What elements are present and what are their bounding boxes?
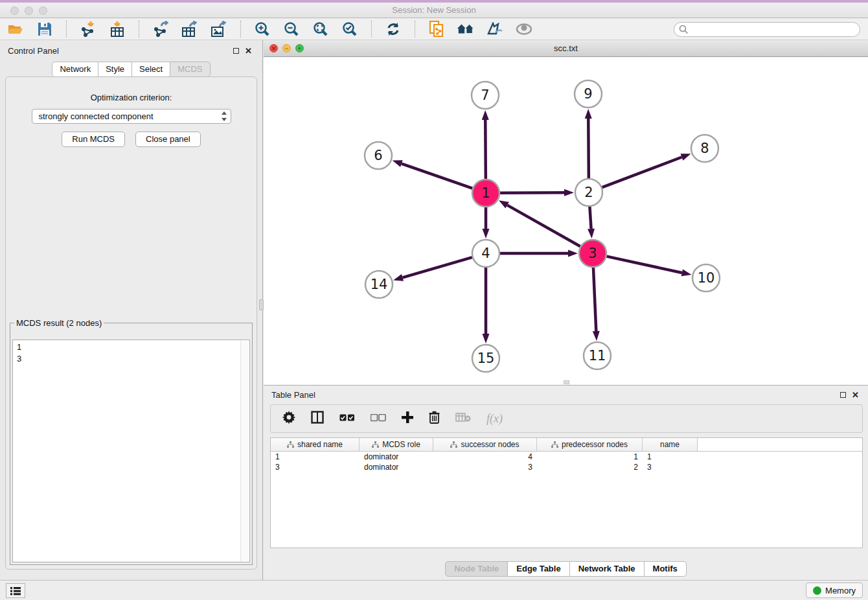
- graph-edge-2-9[interactable]: [588, 119, 589, 178]
- graph-edge-3-11[interactable]: [593, 268, 596, 331]
- zoom-in-icon[interactable]: [253, 20, 271, 38]
- mcds-result-title: MCDS result (2 nodes): [14, 318, 104, 328]
- add-column-icon[interactable]: [402, 411, 413, 426]
- table-row[interactable]: 3 dominator 3 2 3: [271, 462, 862, 472]
- memory-status-icon: [813, 586, 821, 595]
- network-window-titlebar[interactable]: ✕ − + scc.txt: [264, 40, 868, 57]
- network-window-title: scc.txt: [264, 43, 868, 53]
- export-table-icon[interactable]: [181, 20, 199, 38]
- graph-node-label: 4: [481, 246, 490, 261]
- graph-edge-arrowhead: [681, 154, 691, 160]
- hide-graphics-icon[interactable]: [486, 20, 504, 38]
- canvas-resize-grip[interactable]: [564, 380, 569, 384]
- graph-edge-1-7[interactable]: [485, 120, 486, 179]
- toolbar-separator: [139, 21, 139, 38]
- float-panel-icon[interactable]: [233, 48, 239, 54]
- graph-node-label: 11: [589, 348, 606, 363]
- save-icon[interactable]: [36, 20, 54, 38]
- home-icon[interactable]: [457, 20, 475, 38]
- table-row[interactable]: 1 dominator 4 1 1: [271, 452, 862, 462]
- tab-select[interactable]: Select: [132, 62, 170, 77]
- search-field: [674, 22, 860, 37]
- zoom-out-icon[interactable]: [282, 20, 301, 38]
- columns-icon[interactable]: [311, 411, 324, 426]
- graph-edge-1-6[interactable]: [402, 164, 472, 189]
- graph-edge-arrowhead: [483, 334, 490, 343]
- tab-mcds[interactable]: MCDS: [170, 62, 210, 77]
- graph-edge-2-3[interactable]: [589, 207, 591, 229]
- search-input[interactable]: [674, 22, 860, 37]
- toolbar-separator: [371, 21, 372, 38]
- zoom-selected-icon[interactable]: [341, 20, 359, 38]
- graph-node-label: 14: [371, 277, 388, 292]
- export-image-icon[interactable]: [210, 20, 228, 38]
- tab-edge-table[interactable]: Edge Table: [508, 561, 569, 577]
- memory-button[interactable]: Memory: [806, 583, 863, 598]
- memory-label: Memory: [825, 586, 856, 595]
- graph-edge-arrowhead: [564, 189, 574, 196]
- application-window: Session: New Session: [0, 0, 868, 600]
- graph-node-label: 7: [481, 87, 489, 103]
- tab-network[interactable]: Network: [52, 62, 98, 77]
- graph-edge-arrowhead: [482, 110, 489, 120]
- import-table-icon[interactable]: [108, 20, 126, 38]
- optimization-label: Optimization criterion:: [6, 93, 257, 102]
- close-table-panel-icon[interactable]: ✕: [852, 390, 859, 400]
- panel-divider-grip[interactable]: [259, 299, 264, 310]
- graph-node-label: 15: [477, 351, 495, 366]
- toolbar-separator: [66, 21, 67, 38]
- copy-network-icon[interactable]: [428, 20, 446, 38]
- delete-icon[interactable]: [429, 411, 440, 426]
- column-header-predecessor-nodes[interactable]: predecessor nodes: [537, 438, 643, 451]
- column-header-name[interactable]: name: [643, 438, 698, 451]
- graph-edge-arrowhead: [593, 331, 600, 341]
- window-title: Session: New Session: [0, 5, 868, 15]
- graph-edge-1-2[interactable]: [500, 192, 564, 193]
- table-panel: Table Panel ✕: [264, 385, 868, 580]
- tab-motifs[interactable]: Motifs: [645, 561, 687, 577]
- tab-node-table[interactable]: Node Table: [445, 561, 508, 577]
- import-network-icon[interactable]: [79, 20, 97, 38]
- run-mcds-button[interactable]: Run MCDS: [62, 132, 125, 147]
- network-window: ✕ − + scc.txt 7968124314101511: [264, 40, 868, 385]
- table-tabs: Node Table Edge Table Network Table Moti…: [264, 561, 868, 577]
- refresh-icon[interactable]: [384, 20, 402, 38]
- column-header-shared-name[interactable]: shared name: [271, 438, 360, 451]
- close-panel-icon[interactable]: ✕: [245, 46, 252, 56]
- control-panel-tabs: Network Style Select MCDS: [0, 62, 262, 77]
- control-panel: Control Panel ✕ Network Style Select MCD…: [0, 40, 263, 580]
- table-toolbar: f(x): [270, 404, 863, 433]
- mcds-panel: Optimization criterion: strongly connect…: [5, 76, 257, 570]
- select-all-icon[interactable]: [339, 413, 355, 424]
- column-header-mcds-role[interactable]: MCDS role: [360, 438, 433, 451]
- graph-node-label: 1: [481, 185, 490, 201]
- deselect-all-icon[interactable]: [371, 413, 386, 424]
- graph-edge-arrowhead: [588, 229, 595, 238]
- graph-node-label: 8: [700, 141, 709, 156]
- criterion-select[interactable]: strongly connected component: [32, 109, 231, 124]
- open-icon[interactable]: [6, 20, 25, 38]
- main-toolbar: [0, 19, 868, 40]
- titlebar: Session: New Session: [0, 3, 868, 18]
- graph-edge-3-10[interactable]: [606, 257, 681, 273]
- graph-edge-4-14[interactable]: [402, 257, 472, 277]
- tab-network-table[interactable]: Network Table: [570, 561, 645, 577]
- result-scrollbar[interactable]: [240, 341, 249, 561]
- mcds-result-text[interactable]: 1 3: [12, 340, 250, 562]
- mcds-result-group: MCDS result (2 nodes) 1 3: [10, 318, 253, 565]
- task-history-button[interactable]: [6, 583, 25, 598]
- network-graph[interactable]: 7968124314101511: [264, 57, 868, 385]
- float-table-panel-icon[interactable]: [840, 392, 846, 398]
- gear-icon[interactable]: [282, 411, 295, 426]
- result-line: 3: [17, 353, 246, 365]
- zoom-fit-icon[interactable]: [312, 20, 330, 38]
- column-header-successor-nodes[interactable]: successor nodes: [433, 438, 537, 451]
- network-canvas[interactable]: 7968124314101511: [264, 57, 868, 385]
- graph-edge-2-8[interactable]: [602, 157, 682, 187]
- close-panel-button[interactable]: Close panel: [135, 132, 201, 147]
- export-network-icon[interactable]: [152, 20, 170, 38]
- graph-edge-arrowhead: [585, 109, 592, 119]
- tab-style[interactable]: Style: [98, 62, 132, 77]
- graph-edge-arrowhead: [499, 200, 509, 208]
- graph-edge-3-1[interactable]: [507, 205, 580, 247]
